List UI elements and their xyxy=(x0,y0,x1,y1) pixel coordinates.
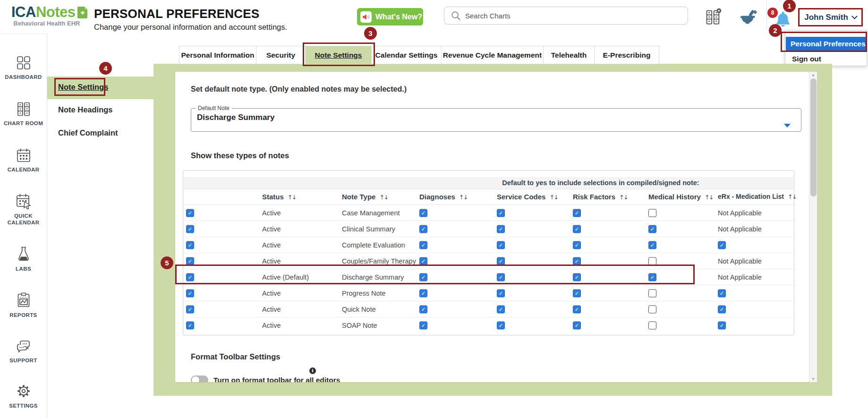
sidebar-item-chart-room[interactable]: CHART ROOM xyxy=(0,102,47,127)
tab-revenue-cycle-management[interactable]: Revenue Cycle Management xyxy=(441,46,544,64)
diagnoses-checkbox[interactable]: ✓ xyxy=(419,209,427,217)
medical-history-checkbox[interactable] xyxy=(648,305,656,313)
whats-new-button[interactable]: What's New? xyxy=(357,8,423,26)
service-codes-checkbox[interactable]: ✓ xyxy=(497,305,505,313)
default-note-value: Discharge Summary xyxy=(191,113,801,122)
risk-factors-checkbox[interactable]: ✓ xyxy=(573,209,581,217)
erx-checkbox[interactable]: ✓ xyxy=(718,241,726,249)
status-cell: Active xyxy=(262,306,281,313)
column-header-medical-history[interactable]: Medical History↑↓ xyxy=(648,193,713,201)
status-cell: Active (Default) xyxy=(262,273,309,281)
medical-history-checkbox[interactable]: ✓ xyxy=(648,225,656,233)
enabled-checkbox[interactable]: ✓ xyxy=(186,209,194,217)
tab-e-prescribing[interactable]: E-Prescribing xyxy=(594,46,659,64)
sidebar-item-labs[interactable]: LABS xyxy=(0,246,47,272)
medical-history-checkbox[interactable] xyxy=(648,257,656,265)
search-charts-input[interactable] xyxy=(465,12,668,20)
scrollbar-thumb[interactable] xyxy=(810,78,817,196)
enabled-checkbox[interactable]: ✓ xyxy=(186,305,194,313)
user-menu-button[interactable]: John Smith xyxy=(798,8,863,26)
enabled-checkbox[interactable]: ✓ xyxy=(186,322,194,330)
column-header-status[interactable]: Status↑↓ xyxy=(262,193,296,201)
user-dropdown-menu: Personal Preferences Sign out xyxy=(785,30,867,66)
enabled-checkbox[interactable]: ✓ xyxy=(186,241,194,249)
medical-history-checkbox[interactable]: ✓ xyxy=(648,273,656,281)
chart-cabinet-add-icon[interactable] xyxy=(705,8,722,26)
sidebar-item-quick-calendar[interactable]: QUICK CALENDAR xyxy=(0,193,47,226)
sidebar-item-label: REPORTS xyxy=(0,312,47,318)
info-icon[interactable]: i xyxy=(309,367,316,374)
service-codes-checkbox[interactable]: ✓ xyxy=(497,273,505,281)
erx-checkbox[interactable]: ✓ xyxy=(718,322,726,330)
enabled-checkbox[interactable]: ✓ xyxy=(186,289,194,297)
panel-scrollbar[interactable]: ▲ ▼ xyxy=(809,72,817,382)
risk-factors-checkbox[interactable]: ✓ xyxy=(573,273,581,281)
column-header-erx-medication-list[interactable]: eRx - Medication List↑↓ xyxy=(718,193,796,200)
submenu-item-note-settings[interactable]: Note Settings xyxy=(58,83,108,92)
menu-item-personal-preferences[interactable]: Personal Preferences xyxy=(786,37,866,51)
pharmacy-add-icon[interactable] xyxy=(740,9,757,26)
risk-factors-checkbox[interactable]: ✓ xyxy=(573,225,581,233)
sidebar-item-calendar[interactable]: CALENDAR xyxy=(0,148,47,173)
tab-personal-information[interactable]: Personal Information xyxy=(179,46,256,64)
diagnoses-checkbox[interactable]: ✓ xyxy=(419,257,427,265)
default-note-select[interactable]: Default Note Discharge Summary xyxy=(191,105,801,132)
service-codes-checkbox[interactable]: ✓ xyxy=(497,257,505,265)
erx-checkbox[interactable]: ✓ xyxy=(718,289,726,297)
enabled-checkbox[interactable]: ✓ xyxy=(186,257,194,265)
sidebar-item-label: DASHBOARD xyxy=(0,74,47,80)
sort-arrows-icon[interactable]: ↑↓ xyxy=(788,193,796,200)
search-charts-box[interactable] xyxy=(444,7,688,25)
quick-calendar-icon xyxy=(0,193,47,209)
submenu-item-note-headings[interactable]: Note Headings xyxy=(58,105,113,114)
chart-room-icon xyxy=(0,102,47,117)
format-toolbar-toggle[interactable] xyxy=(191,375,208,382)
sort-arrows-icon[interactable]: ↑↓ xyxy=(549,194,558,201)
risk-factors-checkbox[interactable]: ✓ xyxy=(573,305,581,313)
sort-arrows-icon[interactable]: ↑↓ xyxy=(459,194,468,201)
submenu-item-chief-complaint[interactable]: Chief Complaint xyxy=(58,128,118,137)
enabled-checkbox[interactable]: ✓ xyxy=(186,225,194,233)
risk-factors-checkbox[interactable]: ✓ xyxy=(573,322,581,330)
medical-history-checkbox[interactable] xyxy=(648,289,656,297)
tab-telehealth[interactable]: Telehealth xyxy=(543,46,595,64)
diagnoses-checkbox[interactable]: ✓ xyxy=(419,273,427,281)
sidebar-item-reports[interactable]: REPORTS xyxy=(0,292,47,318)
medical-history-checkbox[interactable] xyxy=(648,322,656,330)
column-header-service-codes[interactable]: Service Codes↑↓ xyxy=(497,193,558,201)
risk-factors-checkbox[interactable]: ✓ xyxy=(573,257,581,265)
diagnoses-checkbox[interactable]: ✓ xyxy=(419,225,427,233)
service-codes-checkbox[interactable]: ✓ xyxy=(497,241,505,249)
note-type-cell: SOAP Note xyxy=(342,322,377,329)
sidebar-item-support[interactable]: SUPPORT xyxy=(0,339,47,364)
sort-arrows-icon[interactable]: ↑↓ xyxy=(379,194,388,201)
tab-security[interactable]: Security xyxy=(256,46,306,64)
diagnoses-checkbox[interactable]: ✓ xyxy=(419,289,427,297)
dropdown-caret-icon[interactable] xyxy=(784,124,791,128)
scroll-up-arrow[interactable]: ▲ xyxy=(811,73,815,77)
column-header-note-type[interactable]: Note Type↑↓ xyxy=(342,193,388,201)
sidebar-item-dashboard[interactable]: DASHBOARD xyxy=(0,55,47,80)
sidebar-item-settings[interactable]: SETTINGS xyxy=(0,383,47,409)
risk-factors-checkbox[interactable]: ✓ xyxy=(573,241,581,249)
service-codes-checkbox[interactable]: ✓ xyxy=(497,289,505,297)
service-codes-checkbox[interactable]: ✓ xyxy=(497,209,505,217)
sort-arrows-icon[interactable]: ↑↓ xyxy=(288,194,296,201)
sort-arrows-icon[interactable]: ↑↓ xyxy=(619,194,628,201)
tab-note-settings[interactable]: Note Settings xyxy=(305,46,372,64)
medical-history-checkbox[interactable]: ✓ xyxy=(648,241,656,249)
erx-checkbox[interactable]: ✓ xyxy=(718,305,726,313)
medical-history-checkbox[interactable] xyxy=(648,209,656,217)
diagnoses-checkbox[interactable]: ✓ xyxy=(419,305,427,313)
service-codes-checkbox[interactable]: ✓ xyxy=(497,225,505,233)
risk-factors-checkbox[interactable]: ✓ xyxy=(573,289,581,297)
service-codes-checkbox[interactable]: ✓ xyxy=(497,322,505,330)
sort-arrows-icon[interactable]: ↑↓ xyxy=(705,194,713,201)
diagnoses-checkbox[interactable]: ✓ xyxy=(419,241,427,249)
enabled-checkbox[interactable]: ✓ xyxy=(186,273,194,281)
scroll-down-arrow[interactable]: ▼ xyxy=(811,377,815,381)
tab-calendar-settings[interactable]: Calendar Settings xyxy=(371,46,442,64)
column-header-risk-factors[interactable]: Risk Factors↑↓ xyxy=(573,193,628,201)
diagnoses-checkbox[interactable]: ✓ xyxy=(419,322,427,330)
column-header-diagnoses[interactable]: Diagnoses↑↓ xyxy=(419,193,468,201)
